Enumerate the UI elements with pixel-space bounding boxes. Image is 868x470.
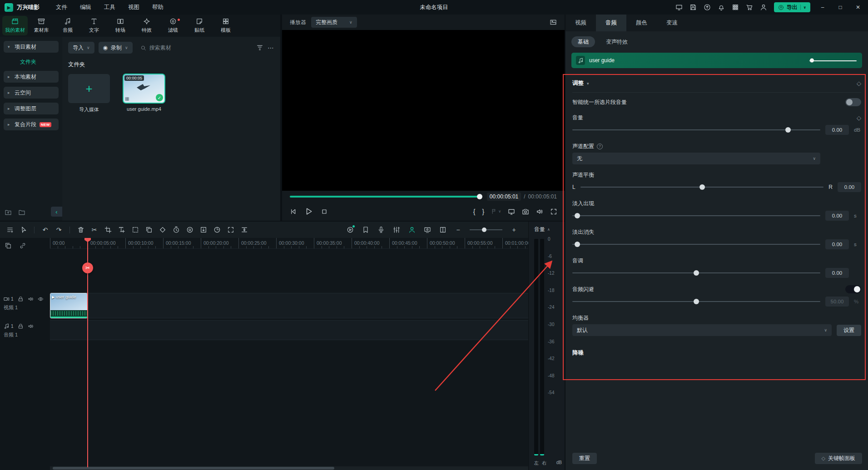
- volume-meter-header[interactable]: 音量∧: [529, 222, 565, 233]
- timeline-ruler[interactable]: 00:0000:00:05:0000:00:10:0000:00:15:0000…: [50, 238, 528, 249]
- keyframe-panel-button[interactable]: ◇关键帧面板: [815, 453, 862, 464]
- marker-button[interactable]: [359, 224, 372, 236]
- smart-volume-toggle[interactable]: [845, 98, 861, 106]
- select-tool-button[interactable]: [17, 224, 30, 236]
- export-frame-button[interactable]: [197, 224, 209, 236]
- duplicate-button[interactable]: [143, 224, 155, 236]
- zoom-in-button[interactable]: +: [508, 224, 520, 236]
- import-button[interactable]: 导入∨: [68, 42, 94, 54]
- stop-button[interactable]: [321, 208, 328, 215]
- mark-in-button[interactable]: {: [473, 208, 476, 215]
- account-icon[interactable]: [760, 4, 767, 11]
- lock-track-icon[interactable]: [18, 296, 24, 302]
- selected-clip-bar[interactable]: user guide: [571, 53, 862, 68]
- ducking-slider[interactable]: [572, 301, 820, 302]
- fade-out-value[interactable]: 0.00: [825, 239, 849, 249]
- media-clip-thumbnail[interactable]: 00:00:05 ✓: [123, 74, 165, 103]
- fade-out-slider[interactable]: [572, 244, 820, 245]
- tab-templates[interactable]: 模板: [213, 16, 238, 35]
- mark-out-button[interactable]: }: [482, 208, 484, 215]
- keyframe-button[interactable]: [156, 224, 169, 236]
- tab-stickers[interactable]: 贴纸: [187, 16, 212, 35]
- mask-button[interactable]: [129, 224, 141, 236]
- denoise-section-header[interactable]: 降噪: [572, 349, 861, 357]
- sidebar-item-folder[interactable]: 文件夹: [4, 57, 59, 67]
- menu-item[interactable]: 编辑: [74, 4, 98, 11]
- lock-track-icon[interactable]: [18, 323, 24, 329]
- volume-slider-knob[interactable]: [785, 127, 791, 133]
- menu-item[interactable]: 文件: [50, 4, 74, 11]
- copy-to-clipboard-icon[interactable]: [5, 242, 12, 249]
- folder-icon[interactable]: [18, 209, 25, 216]
- collapse-sidebar-button[interactable]: ‹: [51, 207, 62, 217]
- new-folder-icon[interactable]: [5, 209, 12, 216]
- tab-audio[interactable]: 音频: [596, 15, 626, 31]
- minimize-button[interactable]: –: [817, 4, 828, 10]
- previous-frame-button[interactable]: [289, 208, 297, 215]
- subtab-voice-effects[interactable]: 变声特效: [600, 36, 634, 47]
- equalizer-settings-button[interactable]: 设置: [837, 325, 861, 336]
- tab-transition[interactable]: 转场: [108, 16, 133, 35]
- audio-track-lane[interactable]: [50, 320, 528, 340]
- tab-video[interactable]: 视频: [565, 15, 596, 31]
- audio-mixer-button[interactable]: [390, 224, 402, 236]
- zoom-out-button[interactable]: −: [452, 224, 464, 236]
- sidebar-item-project-media[interactable]: ▾项目素材: [4, 41, 59, 53]
- pitch-value[interactable]: 0.00: [825, 268, 849, 278]
- volume-keyframe-icon[interactable]: ◇: [857, 114, 861, 121]
- marker-button[interactable]: ∨: [491, 208, 501, 214]
- search-box[interactable]: [137, 45, 252, 51]
- store-cart-icon[interactable]: [746, 4, 753, 11]
- ducking-value[interactable]: 50.00: [825, 297, 849, 307]
- zoom-slider[interactable]: [470, 229, 502, 230]
- sidebar-item-compound-clip[interactable]: ▸复合片段NEW: [4, 119, 59, 130]
- undo-button[interactable]: ↶: [39, 224, 51, 236]
- link-clips-icon[interactable]: [19, 242, 26, 249]
- fade-out-slider-knob[interactable]: [575, 242, 580, 247]
- close-button[interactable]: ✕: [853, 4, 863, 10]
- speed-button[interactable]: [170, 224, 182, 236]
- split-button[interactable]: ✂: [88, 224, 100, 236]
- seek-handle[interactable]: [477, 194, 482, 199]
- vocal-separation-button[interactable]: [406, 224, 418, 236]
- record-button[interactable]: ◉录制∨: [99, 42, 133, 54]
- quality-dropdown[interactable]: 完整画质∨: [311, 17, 357, 28]
- tab-my-media[interactable]: 我的素材: [2, 16, 28, 35]
- screen-record-button[interactable]: [421, 224, 433, 236]
- balance-slider-knob[interactable]: [699, 184, 705, 190]
- ducking-toggle[interactable]: [845, 285, 861, 293]
- fade-in-slider-knob[interactable]: [575, 213, 580, 218]
- save-icon[interactable]: [689, 4, 697, 11]
- tab-speed[interactable]: 变速: [657, 15, 687, 31]
- split-screen-button[interactable]: [436, 224, 449, 236]
- render-preview-button[interactable]: [344, 224, 356, 236]
- ducking-slider-knob[interactable]: [694, 299, 699, 304]
- tab-color[interactable]: 颜色: [626, 15, 657, 31]
- menu-item[interactable]: 工具: [98, 4, 122, 11]
- volume-value[interactable]: 0.00: [825, 125, 849, 135]
- filter-icon[interactable]: [256, 44, 263, 51]
- track-height-button[interactable]: [238, 224, 250, 236]
- playhead[interactable]: ✂: [87, 238, 88, 467]
- subtab-basic[interactable]: 基础: [571, 36, 595, 47]
- fade-in-value[interactable]: 0.00: [825, 211, 849, 221]
- fullscreen-button[interactable]: [550, 208, 557, 215]
- manage-tracks-button[interactable]: [4, 224, 16, 236]
- timeline-hscroll-thumb[interactable]: [53, 467, 334, 470]
- menu-item[interactable]: 帮助: [146, 4, 170, 11]
- clip-volume-knob[interactable]: [810, 59, 814, 63]
- tab-audio[interactable]: 音频: [55, 16, 80, 35]
- app-logo-icon[interactable]: ▶: [5, 3, 13, 12]
- reset-button[interactable]: 重置: [572, 453, 597, 464]
- duration-button[interactable]: [211, 224, 223, 236]
- sidebar-item-local-media[interactable]: ▸本地素材: [4, 71, 59, 83]
- tab-text[interactable]: 文字: [81, 16, 107, 35]
- delete-button[interactable]: [74, 224, 87, 236]
- playhead-cut-button[interactable]: ✂: [82, 262, 93, 273]
- crop-button[interactable]: [102, 224, 114, 236]
- auto-ripple-button[interactable]: [224, 224, 237, 236]
- tab-stock-library[interactable]: 素材库: [29, 16, 54, 35]
- hide-track-icon[interactable]: [38, 296, 44, 302]
- export-button[interactable]: 导出 ∨: [774, 2, 811, 12]
- adjust-keyframe-icon[interactable]: ◇: [857, 80, 861, 87]
